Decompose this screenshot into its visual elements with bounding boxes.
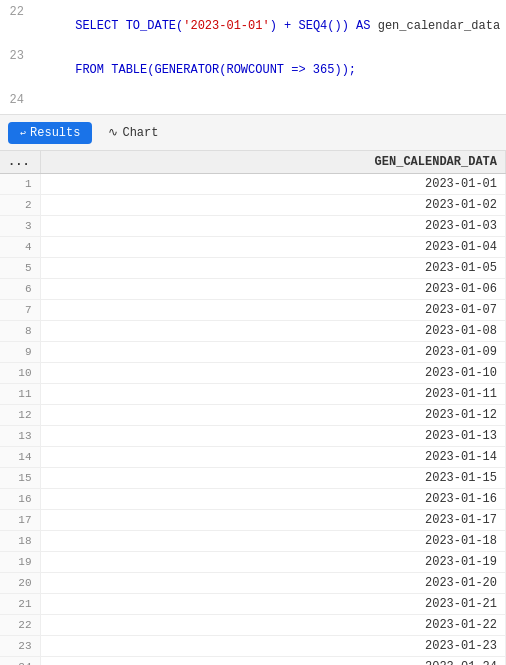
results-table-container[interactable]: ... GEN_CALENDAR_DATA 12023-01-0122023-0… bbox=[0, 151, 506, 665]
results-toolbar: ↩ Results ∿ Chart bbox=[0, 115, 506, 151]
table-row: 52023-01-05 bbox=[0, 258, 506, 279]
line-number-24: 24 bbox=[0, 93, 32, 107]
date-value: 2023-01-24 bbox=[40, 657, 506, 666]
date-value: 2023-01-18 bbox=[40, 531, 506, 552]
table-row: 62023-01-06 bbox=[0, 279, 506, 300]
line-number-23: 23 bbox=[0, 49, 32, 63]
date-value: 2023-01-03 bbox=[40, 216, 506, 237]
table-row: 172023-01-17 bbox=[0, 510, 506, 531]
date-value: 2023-01-17 bbox=[40, 510, 506, 531]
row-number: 5 bbox=[0, 258, 40, 279]
code-line-24: 24 bbox=[0, 92, 506, 110]
code-content-22: SELECT TO_DATE('2023-01-01') + SEQ4()) A… bbox=[32, 5, 500, 47]
date-value: 2023-01-19 bbox=[40, 552, 506, 573]
row-number: 14 bbox=[0, 447, 40, 468]
row-number: 20 bbox=[0, 573, 40, 594]
date-value: 2023-01-12 bbox=[40, 405, 506, 426]
table-row: 152023-01-15 bbox=[0, 468, 506, 489]
table-row: 212023-01-21 bbox=[0, 594, 506, 615]
chart-line-icon: ∿ bbox=[108, 125, 118, 140]
header-row: ... GEN_CALENDAR_DATA bbox=[0, 151, 506, 174]
date-value: 2023-01-15 bbox=[40, 468, 506, 489]
date-value: 2023-01-09 bbox=[40, 342, 506, 363]
results-button[interactable]: ↩ Results bbox=[8, 122, 92, 144]
row-number: 23 bbox=[0, 636, 40, 657]
date-value: 2023-01-04 bbox=[40, 237, 506, 258]
date-value: 2023-01-21 bbox=[40, 594, 506, 615]
row-number: 6 bbox=[0, 279, 40, 300]
date-value: 2023-01-05 bbox=[40, 258, 506, 279]
row-number: 24 bbox=[0, 657, 40, 666]
date-value: 2023-01-10 bbox=[40, 363, 506, 384]
code-line-23: 23 FROM TABLE(GENERATOR(ROWCOUNT => 365)… bbox=[0, 48, 506, 92]
row-number: 2 bbox=[0, 195, 40, 216]
table-row: 92023-01-09 bbox=[0, 342, 506, 363]
results-arrow-icon: ↩ bbox=[20, 127, 26, 139]
row-number: 18 bbox=[0, 531, 40, 552]
chart-button[interactable]: ∿ Chart bbox=[100, 121, 166, 144]
row-number: 16 bbox=[0, 489, 40, 510]
date-value: 2023-01-20 bbox=[40, 573, 506, 594]
table-row: 202023-01-20 bbox=[0, 573, 506, 594]
row-number: 11 bbox=[0, 384, 40, 405]
chart-label: Chart bbox=[122, 126, 158, 140]
row-number: 9 bbox=[0, 342, 40, 363]
table-header: ... GEN_CALENDAR_DATA bbox=[0, 151, 506, 174]
date-value: 2023-01-08 bbox=[40, 321, 506, 342]
code-content-23: FROM TABLE(GENERATOR(ROWCOUNT => 365)); bbox=[32, 49, 356, 91]
date-value: 2023-01-23 bbox=[40, 636, 506, 657]
row-number: 19 bbox=[0, 552, 40, 573]
results-label: Results bbox=[30, 126, 80, 140]
date-value: 2023-01-22 bbox=[40, 615, 506, 636]
row-number: 8 bbox=[0, 321, 40, 342]
row-number: 10 bbox=[0, 363, 40, 384]
row-number: 22 bbox=[0, 615, 40, 636]
row-number: 12 bbox=[0, 405, 40, 426]
row-number: 21 bbox=[0, 594, 40, 615]
table-row: 232023-01-23 bbox=[0, 636, 506, 657]
row-number: 1 bbox=[0, 174, 40, 195]
table-row: 222023-01-22 bbox=[0, 615, 506, 636]
line-number-22: 22 bbox=[0, 5, 32, 19]
table-row: 242023-01-24 bbox=[0, 657, 506, 666]
date-value: 2023-01-14 bbox=[40, 447, 506, 468]
row-number: 3 bbox=[0, 216, 40, 237]
date-value: 2023-01-13 bbox=[40, 426, 506, 447]
table-row: 22023-01-02 bbox=[0, 195, 506, 216]
table-row: 32023-01-03 bbox=[0, 216, 506, 237]
table-row: 102023-01-10 bbox=[0, 363, 506, 384]
row-number: 7 bbox=[0, 300, 40, 321]
date-value: 2023-01-16 bbox=[40, 489, 506, 510]
table-row: 72023-01-07 bbox=[0, 300, 506, 321]
row-number: 15 bbox=[0, 468, 40, 489]
table-row: 112023-01-11 bbox=[0, 384, 506, 405]
code-line-22: 22 SELECT TO_DATE('2023-01-01') + SEQ4()… bbox=[0, 4, 506, 48]
table-row: 82023-01-08 bbox=[0, 321, 506, 342]
table-row: 122023-01-12 bbox=[0, 405, 506, 426]
table-row: 132023-01-13 bbox=[0, 426, 506, 447]
date-value: 2023-01-06 bbox=[40, 279, 506, 300]
table-row: 12023-01-01 bbox=[0, 174, 506, 195]
date-value: 2023-01-11 bbox=[40, 384, 506, 405]
date-value: 2023-01-02 bbox=[40, 195, 506, 216]
table-row: 162023-01-16 bbox=[0, 489, 506, 510]
table-body: 12023-01-0122023-01-0232023-01-0342023-0… bbox=[0, 174, 506, 666]
row-number: 4 bbox=[0, 237, 40, 258]
table-row: 42023-01-04 bbox=[0, 237, 506, 258]
table-row: 192023-01-19 bbox=[0, 552, 506, 573]
date-value: 2023-01-01 bbox=[40, 174, 506, 195]
row-number: 13 bbox=[0, 426, 40, 447]
col-header-dots: ... bbox=[0, 151, 40, 174]
col-header-gen-calendar-data: GEN_CALENDAR_DATA bbox=[40, 151, 506, 174]
table-row: 142023-01-14 bbox=[0, 447, 506, 468]
row-number: 17 bbox=[0, 510, 40, 531]
results-table: ... GEN_CALENDAR_DATA 12023-01-0122023-0… bbox=[0, 151, 506, 665]
code-editor: 22 SELECT TO_DATE('2023-01-01') + SEQ4()… bbox=[0, 0, 506, 115]
date-value: 2023-01-07 bbox=[40, 300, 506, 321]
table-row: 182023-01-18 bbox=[0, 531, 506, 552]
